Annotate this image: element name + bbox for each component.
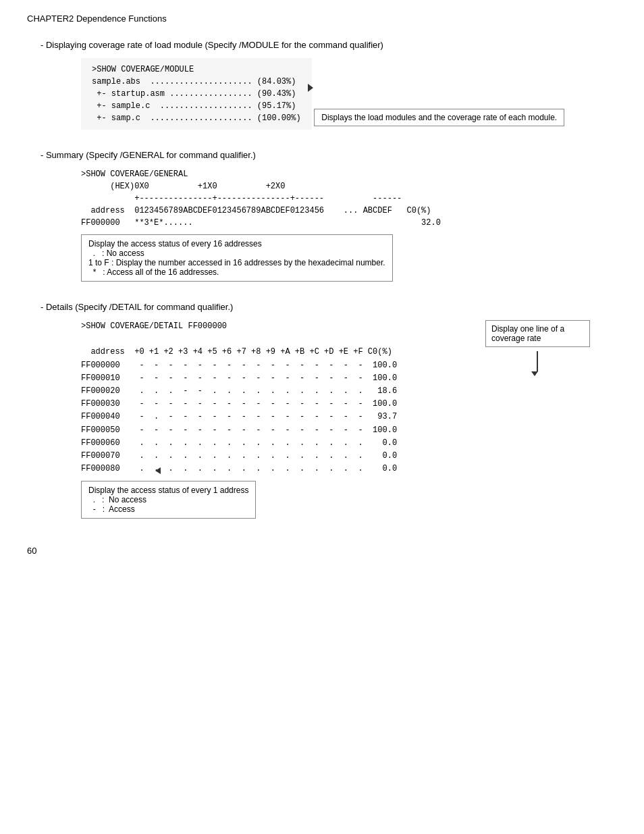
module-annotation-box: Displays the load modules and the covera… bbox=[314, 109, 564, 126]
module-annotation-text: Displays the load modules and the covera… bbox=[321, 113, 557, 122]
general-annotation-line-2: . : No access bbox=[88, 249, 385, 258]
general-section: - Summary (Specify /GENERAL for command … bbox=[41, 150, 617, 282]
general-code-block: >SHOW COVERAGE/GENERAL (HEX)0X0 +1X0 +2X… bbox=[81, 168, 617, 229]
general-annotation-box: Display the access status of every 16 ad… bbox=[81, 234, 393, 282]
detail-row-arrow bbox=[155, 467, 161, 474]
page-number: 60 bbox=[27, 546, 617, 556]
detail-annotation-line-1: Display the access status of every 1 add… bbox=[88, 486, 248, 495]
chapter-header: CHAPTER2 Dependence Functions bbox=[27, 14, 617, 24]
chapter-title: CHAPTER2 Dependence Functions bbox=[27, 14, 617, 24]
callout-arrow-vertical bbox=[537, 351, 538, 371]
general-section-title: - Summary (Specify /GENERAL for command … bbox=[41, 150, 617, 160]
module-section: - Displaying coverage rate of load modul… bbox=[41, 40, 617, 130]
detail-annotation-line-3: - : Access bbox=[88, 504, 248, 514]
general-annotation-line-1: Display the access status of every 16 ad… bbox=[88, 239, 385, 249]
module-section-title: - Displaying coverage rate of load modul… bbox=[41, 40, 617, 50]
detail-callout-box: Display one line of a coverage rate bbox=[485, 320, 590, 347]
detail-section: - Details (Specify /DETAIL for command q… bbox=[41, 302, 617, 519]
general-annotation-line-3: 1 to F : Display the number accessed in … bbox=[88, 258, 385, 267]
module-code-block: >SHOW COVERAGE/MODULE sample.abs .......… bbox=[81, 58, 312, 130]
co-value-general: 32.0 bbox=[421, 218, 441, 228]
detail-section-title: - Details (Specify /DETAIL for command q… bbox=[41, 302, 617, 312]
detail-annotation-box: Display the access status of every 1 add… bbox=[81, 481, 256, 519]
detail-annotation-line-2: . : No access bbox=[88, 495, 248, 504]
detail-callout-text: Display one line of a coverage rate bbox=[491, 324, 564, 343]
general-annotation-line-4: * : Access all of the 16 addresses. bbox=[88, 267, 385, 277]
callout-arrow-head bbox=[531, 371, 538, 376]
